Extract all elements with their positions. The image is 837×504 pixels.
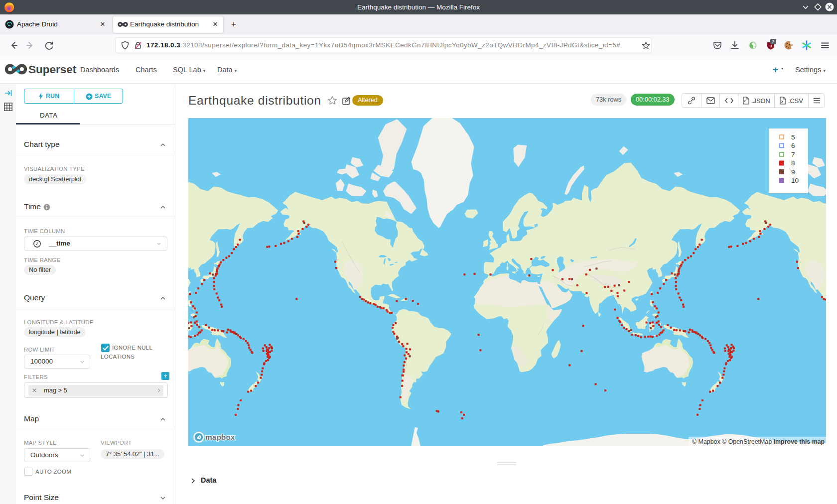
- svg-text:6: 6: [791, 142, 795, 149]
- svg-text:7: 7: [791, 151, 795, 158]
- svg-text:5: 5: [791, 133, 795, 141]
- svg-text:8: 8: [791, 159, 795, 167]
- svg-text:2: 2: [772, 39, 774, 44]
- svg-text:9: 9: [791, 168, 795, 176]
- svg-text:mapbox: mapbox: [205, 433, 235, 441]
- svg-text:10: 10: [791, 177, 799, 184]
- svg-text:© Mapbox © OpenStreetMap Impro: © Mapbox © OpenStreetMap Improve this ma…: [692, 438, 825, 445]
